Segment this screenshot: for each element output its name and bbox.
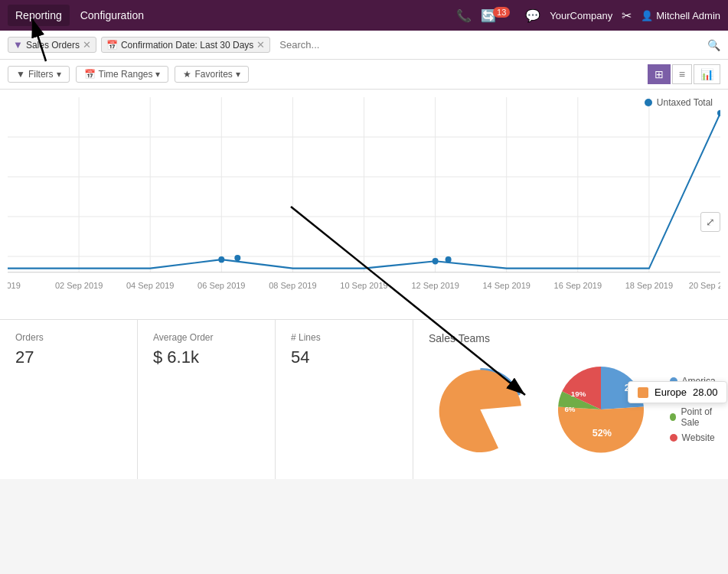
company-selector[interactable]: YourCompany bbox=[550, 10, 612, 21]
filter-bar: ▼ Sales Orders ✕ 📅 Confirmation Date: La… bbox=[0, 31, 728, 60]
tooltip-label: Europe bbox=[655, 386, 687, 398]
list-view-button[interactable]: ≡ bbox=[672, 64, 692, 84]
svg-text:08 Sep 2019: 08 Sep 2019 bbox=[269, 280, 316, 289]
stats-row: Orders 27 Average Order $ 6.1k # Lines 5… bbox=[0, 319, 728, 479]
svg-text:10 Sep 2019: 10 Sep 2019 bbox=[340, 280, 387, 289]
tooltip-color bbox=[638, 387, 648, 398]
chart-area: Untaxed Total ⤢ bbox=[0, 90, 728, 319]
filter-tag-close-2[interactable]: ✕ bbox=[256, 39, 265, 51]
settings-icon[interactable]: ✂ bbox=[622, 8, 632, 23]
pie-label-website: 19% bbox=[570, 390, 586, 398]
legend-label: Untaxed Total bbox=[657, 97, 713, 108]
svg-text:14 Sep 2019: 14 Sep 2019 bbox=[482, 280, 530, 289]
lines-label: # Lines bbox=[291, 332, 397, 343]
tooltip-value: 28.00 bbox=[693, 386, 718, 398]
legend-website: Website bbox=[670, 432, 727, 443]
main-content: Untaxed Total ⤢ bbox=[0, 90, 728, 479]
view-buttons: ⊞ ≡ 📊 bbox=[648, 64, 720, 84]
user-name: Mitchell Admin bbox=[656, 10, 720, 21]
svg-point-14 bbox=[218, 256, 224, 263]
activity-badge: 13 bbox=[493, 7, 510, 18]
nav-reporting[interactable]: Reporting bbox=[8, 5, 70, 26]
filters-label: Filters bbox=[28, 69, 54, 80]
phone-icon[interactable]: 📞 bbox=[456, 8, 472, 23]
lines-stat: # Lines 54 bbox=[276, 320, 413, 479]
lines-value: 54 bbox=[291, 347, 397, 367]
svg-text:04 Sep 2019: 04 Sep 2019 bbox=[126, 280, 174, 289]
favorites-button[interactable]: ★ Favorites ▾ bbox=[175, 66, 248, 83]
nav-menu: Reporting Configuration bbox=[8, 5, 152, 26]
legend-dot-website bbox=[670, 434, 677, 442]
filters-dropdown-icon: ▾ bbox=[57, 69, 61, 80]
filter-tag-label-2: Confirmation Date: Last 30 Days bbox=[121, 40, 253, 51]
filter-tag-sales-orders[interactable]: ▼ Sales Orders ✕ bbox=[8, 37, 96, 53]
line-chart: g 2019 02 Sep 2019 04 Sep 2019 06 Sep 20… bbox=[8, 97, 720, 296]
pie-chart-div: 24% 52% 6% 19% bbox=[547, 356, 655, 463]
svg-text:g 2019: g 2019 bbox=[8, 280, 21, 289]
avg-order-label: Average Order bbox=[153, 332, 260, 343]
svg-text:02 Sep 2019: 02 Sep 2019 bbox=[55, 280, 103, 289]
user-menu[interactable]: 👤 Mitchell Admin bbox=[641, 10, 720, 21]
pie-segment-europe[interactable] bbox=[436, 367, 525, 456]
svg-text:20 Sep 2019: 20 Sep 2019 bbox=[689, 280, 720, 289]
filter-tag-date[interactable]: 📅 Confirmation Date: Last 30 Days ✕ bbox=[101, 37, 270, 53]
chat-icon[interactable]: 💬 bbox=[525, 8, 540, 23]
legend-dot-pos bbox=[670, 413, 677, 421]
filters-button[interactable]: ▼ Filters ▾ bbox=[8, 66, 70, 83]
nav-configuration[interactable]: Configuration bbox=[73, 5, 152, 26]
svg-text:16 Sep 2019: 16 Sep 2019 bbox=[554, 280, 602, 289]
toolbar: ▼ Filters ▾ 📅 Time Ranges ▾ ★ Favorites … bbox=[0, 60, 728, 90]
time-ranges-dropdown-icon: ▾ bbox=[155, 69, 160, 80]
svg-text:12 Sep 2019: 12 Sep 2019 bbox=[411, 280, 459, 289]
svg-point-15 bbox=[234, 255, 240, 261]
favorites-dropdown-icon: ▾ bbox=[236, 69, 240, 80]
svg-text:18 Sep 2019: 18 Sep 2019 bbox=[625, 280, 673, 289]
nav-right: 📞 🔄 13 💬 YourCompany ✂ 👤 Mitchell Admin bbox=[456, 8, 720, 23]
legend-dot bbox=[645, 99, 652, 106]
search-icon: 🔍 bbox=[707, 39, 720, 51]
filter-tag-close-1[interactable]: ✕ bbox=[83, 39, 91, 51]
pie-chart-svg: 24% 52% 6% 19% bbox=[547, 356, 655, 463]
avg-order-value: $ 6.1k bbox=[153, 347, 260, 367]
kanban-view-button[interactable]: ⊞ bbox=[648, 64, 671, 84]
chart-legend: Untaxed Total bbox=[645, 97, 713, 108]
filter-tag-label-1: Sales Orders bbox=[26, 40, 80, 51]
time-ranges-label: Time Ranges bbox=[99, 69, 153, 80]
chart-view-button[interactable]: 📊 bbox=[694, 64, 720, 84]
favorites-label: Favorites bbox=[194, 69, 232, 80]
search-input[interactable] bbox=[275, 38, 703, 52]
pie-label-europe: 52% bbox=[592, 428, 611, 439]
pie-chart bbox=[429, 352, 532, 467]
avg-order-stat: Average Order $ 6.1k bbox=[138, 320, 276, 479]
expand-button[interactable]: ⤢ bbox=[700, 212, 720, 232]
sales-teams-section: Sales Teams bbox=[413, 320, 728, 479]
legend-label-pos: Point of Sale bbox=[681, 406, 727, 428]
filter-icon: ▼ bbox=[16, 69, 25, 80]
sales-teams-title: Sales Teams bbox=[429, 332, 727, 344]
svg-point-17 bbox=[446, 256, 452, 263]
user-avatar: 👤 bbox=[641, 10, 653, 21]
svg-point-18 bbox=[717, 110, 720, 116]
pie-tooltip: Europe 28.00 bbox=[628, 381, 727, 403]
orders-stat: Orders 27 bbox=[0, 320, 138, 479]
star-icon: ★ bbox=[183, 69, 191, 80]
legend-label-website: Website bbox=[682, 432, 715, 443]
legend-pos: Point of Sale bbox=[670, 406, 727, 428]
filter-funnel-icon: ▼ bbox=[13, 39, 23, 51]
svg-text:06 Sep 2019: 06 Sep 2019 bbox=[198, 280, 245, 289]
orders-label: Orders bbox=[15, 332, 122, 343]
pie-container: 24% 52% 6% 19% America Europe bbox=[429, 352, 727, 467]
time-ranges-button[interactable]: 📅 Time Ranges ▾ bbox=[76, 66, 169, 83]
calendar-icon: 📅 bbox=[106, 40, 118, 51]
top-navigation: Reporting Configuration 📞 🔄 13 💬 YourCom… bbox=[0, 0, 728, 31]
svg-point-16 bbox=[433, 258, 439, 264]
pie-label-pos: 6% bbox=[564, 405, 575, 413]
calendar-toolbar-icon: 📅 bbox=[84, 69, 96, 80]
orders-value: 27 bbox=[15, 347, 122, 367]
